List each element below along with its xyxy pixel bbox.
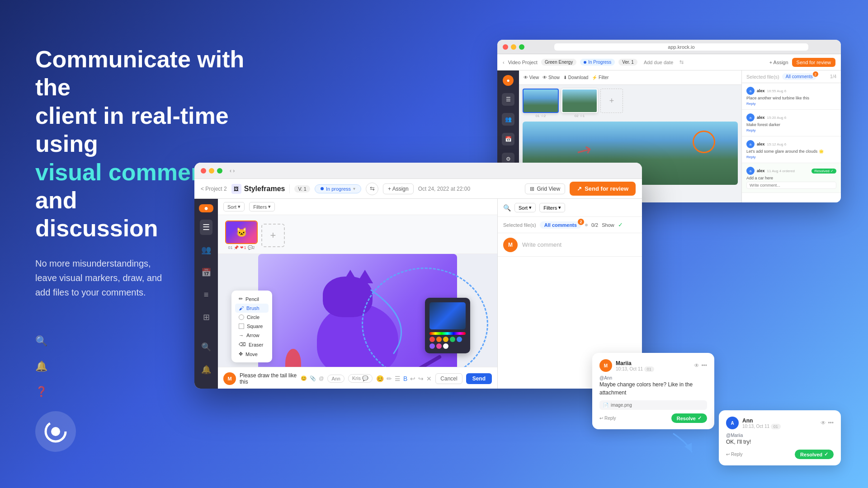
cc1-mention: @Ann	[599, 375, 707, 380]
comment-pencil[interactable]: ✏	[387, 375, 392, 382]
cc1-reply[interactable]: ↩ Reply	[599, 416, 616, 421]
swatch-purple[interactable]	[429, 343, 435, 349]
swatch-orange[interactable]	[436, 337, 442, 342]
swatch-blue[interactable]	[457, 337, 462, 342]
comment-undo[interactable]: ↩	[410, 375, 415, 382]
bell-icon[interactable]: 🔔	[35, 361, 47, 372]
front-sidebar-home[interactable]: ☰	[200, 220, 212, 235]
thumb-1-heart: ❤1	[240, 245, 246, 250]
front-sidebar-calendar[interactable]: 📅	[198, 265, 214, 280]
comment-list[interactable]: ☰	[395, 375, 401, 382]
heading-line2: client in real-time using	[35, 103, 229, 157]
draw-tool-brush[interactable]: 🖌 Brush	[235, 304, 269, 313]
front-thumb-add[interactable]: +	[261, 224, 285, 247]
front-sort-btn[interactable]: Sort ▾	[223, 202, 245, 211]
color-picker[interactable]	[425, 298, 470, 353]
help-icon[interactable]: ❓	[35, 386, 47, 398]
front-thumb-1[interactable]: 🐱	[225, 221, 258, 244]
front-filter-btn[interactable]: Filters ▾	[249, 202, 275, 211]
cc2-badge: 01	[771, 424, 781, 429]
back-comment-4-user: alex	[757, 169, 765, 173]
front-sidebar-grid[interactable]: ⊞	[200, 310, 212, 325]
swatch-pink[interactable]	[436, 343, 442, 349]
front-send-review-btn[interactable]: ↗ Send for review	[570, 182, 636, 196]
search-icon[interactable]: 🔍	[35, 335, 47, 347]
draw-tool-move[interactable]: ✥ Move	[235, 349, 269, 359]
bottom-nav-icons: 🔍 🔔 ❓	[35, 335, 47, 398]
cc1-attachment: 📄 image.png	[599, 400, 707, 410]
right-filter-chevron: ▾	[558, 205, 561, 211]
comment-send-btn[interactable]: Send	[466, 373, 492, 384]
draw-tool-eraser[interactable]: ⌫ Eraser	[235, 340, 269, 349]
back-comment-4-input-field[interactable]	[746, 182, 836, 189]
comment-close[interactable]: ✕	[426, 375, 432, 382]
front-assign-btn[interactable]: + Assign	[383, 183, 414, 194]
back-titlebar: app.krock.io	[497, 40, 841, 54]
front-canvas-container: 🐱 01 📌 ❤1 💬2 +	[218, 215, 497, 389]
front-sidebar-bell[interactable]: 🔔	[198, 362, 214, 377]
back-thumb-add[interactable]: +	[600, 89, 623, 113]
back-comment-2-reply[interactable]: Reply	[746, 128, 836, 132]
swatch-yellow[interactable]	[443, 337, 448, 342]
front-canvas-area[interactable]: ✏ Pencil 🖌 Brush Circle	[218, 254, 497, 389]
cc1-footer: ↩ Reply Resolve ✓	[599, 413, 707, 423]
emoji-icon[interactable]: 😊	[301, 375, 307, 381]
arrow-icon: →	[239, 333, 244, 338]
front-sidebar-team[interactable]: 👥	[198, 242, 214, 258]
front-sidebar-bars[interactable]: ≡	[201, 287, 212, 302]
comment-tool-icons: 😊 ✏ ☰ B ↩ ↪ ✕	[376, 375, 432, 382]
back-all-comments-tab[interactable]: All comments 2	[782, 73, 816, 80]
back-thumb-1[interactable]	[523, 89, 559, 113]
cc2-reply[interactable]: ↩ Reply	[726, 452, 743, 457]
cc1-resolve-btn[interactable]: Resolve ✓	[671, 413, 707, 423]
hue-bar[interactable]	[429, 332, 466, 335]
front-right-sort[interactable]: Sort ▾	[514, 203, 536, 212]
front-project-name: Styleframes	[244, 185, 285, 193]
comment-bar-input-text[interactable]: Please draw the tail like this	[240, 372, 297, 385]
front-breadcrumb[interactable]: < Project 2	[201, 186, 227, 192]
back-thumb-2[interactable]	[561, 89, 598, 113]
front-right-filter[interactable]: Filters ▾	[539, 203, 565, 212]
front-body: ● ☰ 👥 📅 ≡ ⊞ 🔍 🔔 ? M Sort ▾ Filters ▾	[194, 199, 642, 389]
grid-icon: ⊞	[530, 186, 534, 192]
swatch-red[interactable]	[429, 337, 435, 342]
draw-tool-arrow[interactable]: → Arrow	[235, 331, 269, 340]
back-download-btn: ⬇ Download	[563, 75, 588, 80]
at-icon[interactable]: @	[319, 375, 324, 381]
back-send-review-btn[interactable]: Send for review	[792, 58, 835, 67]
comment-bold[interactable]: B	[403, 375, 407, 382]
cc2-resolve-btn[interactable]: Resolved ✓	[795, 450, 834, 459]
draw-tool-pencil[interactable]: ✏ Pencil	[235, 294, 269, 304]
comment-mention-kris[interactable]: Kris 💬	[348, 374, 373, 383]
front-close-dot	[201, 168, 206, 174]
back-comment-3-reply[interactable]: Reply	[746, 155, 836, 159]
send-icon: ↗	[577, 185, 582, 192]
front-commenter-avatar: M	[503, 238, 518, 252]
front-sidebar-search[interactable]: 🔍	[198, 339, 214, 355]
back-sidebar-logo: ●	[503, 75, 514, 86]
back-toolbar: ‹ Video Project Green Energy In Progress…	[497, 54, 841, 70]
swatch-white[interactable]	[443, 343, 448, 349]
swatch-green[interactable]	[450, 337, 455, 342]
paperclip-icon[interactable]: 📎	[310, 375, 316, 381]
front-sidebar-help[interactable]: ?	[201, 385, 211, 389]
eraser-icon: ⌫	[239, 342, 246, 347]
front-write-placeholder[interactable]: Write comment	[522, 241, 561, 248]
right-sort-chevron: ▾	[529, 205, 532, 211]
comment-cancel-btn[interactable]: Cancel	[435, 373, 462, 384]
draw-tool-square[interactable]: Square	[235, 322, 269, 331]
front-status[interactable]: In progress ▾	[315, 184, 361, 193]
front-share-btn[interactable]: ⇆	[366, 183, 378, 195]
draw-tool-circle[interactable]: Circle	[235, 313, 269, 322]
back-assign-btn[interactable]: + Assign	[769, 60, 788, 65]
comment-mention-ann[interactable]: Ann	[327, 375, 344, 383]
front-version[interactable]: V. 1	[294, 185, 310, 192]
back-comment-1-reply[interactable]: Reply	[746, 102, 836, 106]
all-comments-tab[interactable]: All comments 2	[540, 221, 581, 229]
cc1-more-icon: •••	[701, 362, 707, 369]
comment-emoji-2[interactable]: 😊	[376, 375, 384, 382]
comment-redo[interactable]: ↪	[418, 375, 424, 382]
front-gridview-btn[interactable]: ⊞ Grid View	[525, 183, 565, 194]
front-search-icon[interactable]: 🔍	[503, 204, 511, 211]
back-right-panel: Selected file(s) All comments 2 1/4 a al…	[741, 70, 841, 202]
